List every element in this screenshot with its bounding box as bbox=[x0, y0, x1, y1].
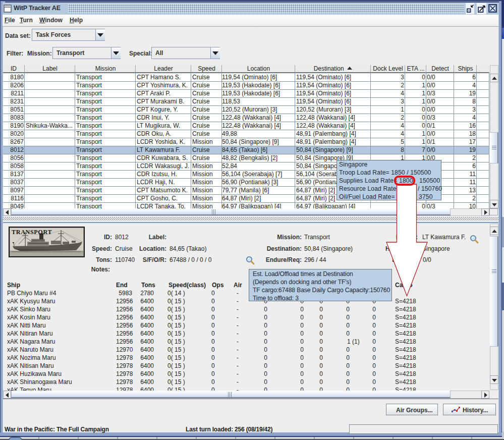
svg-text:TRANSPORT: TRANSPORT bbox=[12, 229, 52, 236]
